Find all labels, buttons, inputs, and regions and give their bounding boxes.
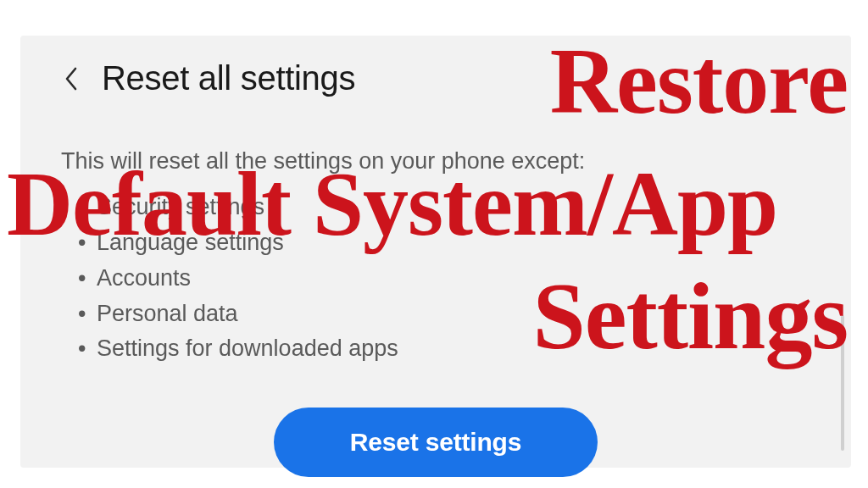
back-button[interactable] (61, 63, 81, 95)
list-item: Language settings (78, 225, 810, 261)
settings-panel: Reset all settings This will reset all t… (20, 36, 851, 468)
scrollbar-hint (841, 315, 844, 451)
header-row: Reset all settings (61, 59, 810, 97)
list-item: Personal data (78, 297, 810, 332)
page-title: Reset all settings (102, 59, 355, 97)
chevron-left-icon (64, 65, 79, 92)
reset-settings-button[interactable]: Reset settings (274, 408, 598, 477)
exception-list: Security settings Language settings Acco… (61, 190, 810, 367)
reset-description: This will reset all the settings on your… (61, 148, 810, 175)
list-item: Security settings (78, 190, 810, 225)
list-item: Settings for downloaded apps (78, 331, 810, 367)
list-item: Accounts (78, 261, 810, 297)
button-container: Reset settings (61, 408, 810, 477)
